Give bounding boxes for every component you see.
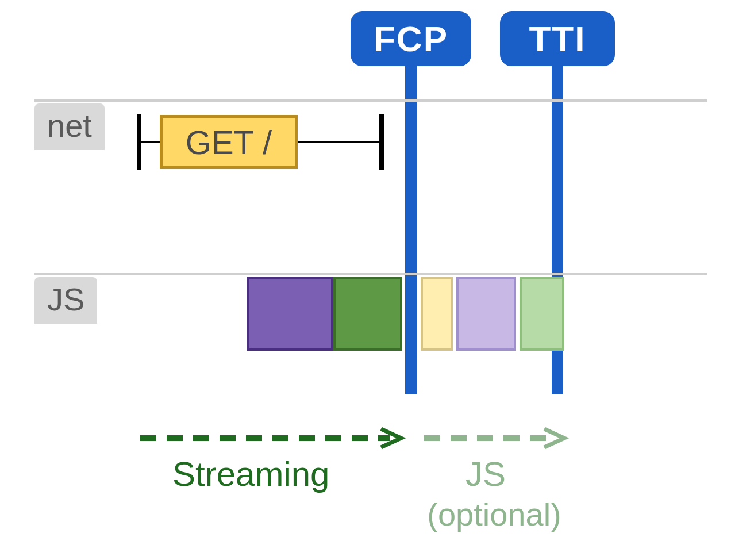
js-lane-label: JS — [34, 277, 97, 324]
net-lane-line — [34, 99, 707, 102]
js-block-yellow-faded — [421, 277, 453, 351]
net-lane-label: net — [34, 103, 105, 150]
fcp-badge: FCP — [351, 11, 471, 66]
js-block-green-faded — [520, 277, 564, 351]
streaming-arrow — [137, 427, 407, 450]
rendering-timeline-diagram: FCP TTI net GET / JS Streaming JS (optio… — [0, 0, 731, 560]
js-block-purple — [247, 277, 333, 351]
js-optional-sublabel: (optional) — [414, 496, 575, 533]
net-request-label: GET / — [186, 123, 272, 162]
js-lane-line — [34, 273, 707, 275]
net-bar-end-tick — [379, 114, 384, 170]
net-request-box: GET / — [160, 115, 298, 169]
fcp-marker-line — [405, 66, 417, 394]
js-block-green — [333, 277, 402, 351]
tti-badge: TTI — [500, 11, 615, 66]
streaming-label: Streaming — [172, 454, 329, 494]
js-optional-label: JS — [465, 454, 506, 494]
js-optional-arrow — [421, 427, 570, 450]
js-block-purple-faded — [456, 277, 516, 351]
